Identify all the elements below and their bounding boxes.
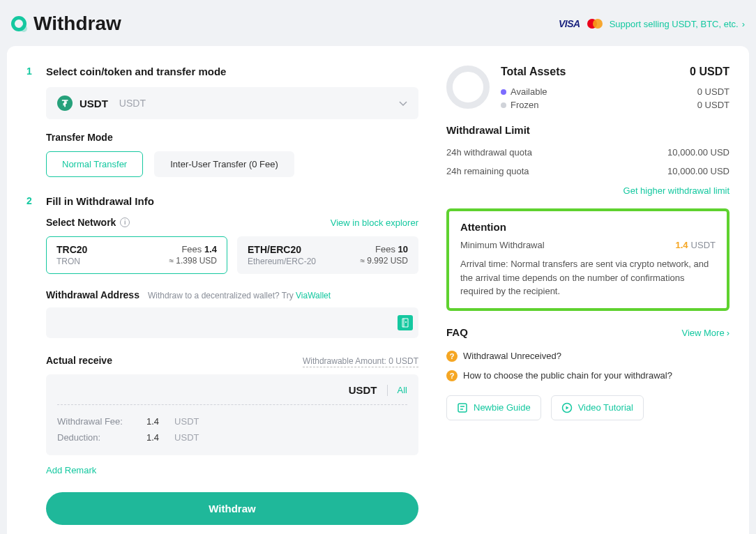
coin-name: USDT (119, 98, 146, 109)
faq-title: FAQ (446, 326, 468, 338)
remaining-quota-value: 10,000.00 USD (667, 166, 729, 176)
svg-point-0 (405, 321, 407, 323)
network-fee-usd: ≈ 1.398 USD (169, 256, 217, 266)
chevron-down-icon (399, 98, 407, 109)
coin-symbol: USDT (80, 98, 108, 109)
network-fee: Fees 10 (360, 244, 408, 254)
transfer-mode-label: Transfer Mode (46, 132, 418, 143)
visa-icon: VISA (559, 18, 580, 29)
question-icon: ? (446, 370, 458, 381)
deduction-unit: USDT (174, 432, 199, 443)
step-1: 1 Select coin/token and transfer mode ₮ … (27, 66, 418, 177)
view-block-explorer-link[interactable]: View in block explorer (331, 218, 418, 228)
frozen-value: 0 USDT (697, 100, 729, 110)
info-icon[interactable]: i (120, 218, 130, 227)
select-network-label: Select Network i (46, 217, 130, 228)
main-card: 1 Select coin/token and transfer mode ₮ … (7, 46, 749, 534)
attention-title: Attention (460, 221, 716, 233)
withdrawal-address-label: Withdrawal Address (46, 289, 139, 300)
step1-title: Select coin/token and transfer mode (46, 66, 418, 77)
page-header: Withdraw VISA Support selling USDT, BTC,… (7, 13, 749, 46)
withdrawal-fee-label: Withdrawal Fee: (57, 416, 131, 427)
min-withdrawal-value: 1.4USDT (676, 240, 716, 250)
add-remark-link[interactable]: Add Remark (46, 465, 418, 475)
frozen-label: Frozen (511, 100, 538, 110)
available-label: Available (511, 86, 547, 97)
total-assets-value: 0 USDT (690, 66, 729, 78)
play-icon (561, 402, 573, 413)
step-2: 2 Fill in Withdrawal Info Select Network… (27, 195, 418, 525)
higher-limit-link[interactable]: Get higher withdrawal limit (623, 185, 729, 196)
attention-panel: Attention Minimum Withdrawal 1.4USDT Arr… (446, 208, 729, 311)
step-number: 1 (27, 66, 33, 177)
all-button[interactable]: All (398, 385, 407, 395)
asset-donut-icon (446, 66, 490, 109)
dot-available-icon (501, 89, 506, 95)
network-sub: Ethereum/ERC-20 (248, 257, 316, 266)
withdrawal-limit-title: Withdrawal Limit (446, 124, 729, 136)
divider (387, 385, 388, 396)
svg-rect-1 (458, 404, 467, 412)
faq-item[interactable]: ? Withdrawal Unreceived? (446, 346, 729, 366)
address-input-wrapper (46, 307, 418, 338)
receive-box: USDT All Withdrawal Fee: 1.4 USDT Deduct… (46, 374, 418, 455)
page-title: Withdraw (33, 13, 121, 35)
network-sub: TRON (56, 257, 87, 266)
logo-icon (11, 16, 27, 31)
deduction-label: Deduction: (57, 432, 131, 443)
remaining-quota-label: 24h remaining quota (446, 166, 529, 176)
actual-receive-label: Actual receive (46, 355, 112, 366)
guide-icon (457, 402, 468, 413)
address-book-icon[interactable] (398, 315, 413, 330)
faq-item-text: How to choose the public chain for your … (463, 370, 672, 381)
coin-select[interactable]: ₮ USDT USDT (46, 87, 418, 119)
network-card-trc20[interactable]: TRC20 TRON Fees 1.4 ≈ 1.398 USD (46, 236, 227, 274)
attention-body: Arrival time: Normal transfers are sent … (460, 257, 716, 298)
support-selling-link[interactable]: Support selling USDT, BTC, etc. (610, 19, 745, 29)
viawallet-link[interactable]: ViaWallet (296, 291, 331, 300)
step2-title: Fill in Withdrawal Info (46, 195, 418, 207)
network-card-erc20[interactable]: ETH/ERC20 Ethereum/ERC-20 Fees 10 ≈ 9.99… (237, 236, 418, 274)
step-number: 2 (27, 195, 33, 525)
withdraw-button[interactable]: Withdraw (46, 492, 418, 525)
faq-item-text: Withdrawal Unreceived? (463, 351, 561, 361)
withdrawal-fee-value: 1.4 (146, 416, 159, 427)
address-input[interactable] (56, 317, 398, 328)
quota-value: 10,000.00 USD (667, 147, 729, 158)
total-assets: Total Assets 0 USDT Available 0 USDT Fro… (446, 66, 729, 112)
withdrawable-amount: Withdrawable Amount: 0 USDT (303, 356, 418, 367)
withdrawal-fee-unit: USDT (174, 416, 199, 427)
network-name: ETH/ERC20 (248, 244, 316, 255)
min-withdrawal-label: Minimum Withdrawal (460, 240, 545, 250)
total-assets-title: Total Assets (501, 66, 566, 78)
faq-item[interactable]: ? How to choose the public chain for you… (446, 366, 729, 386)
available-value: 0 USDT (697, 86, 729, 97)
network-fee-usd: ≈ 9.992 USD (360, 256, 408, 266)
mode-normal-transfer[interactable]: Normal Transfer (46, 151, 143, 177)
quota-label: 24h withdrawal quota (446, 147, 532, 158)
newbie-guide-button[interactable]: Newbie Guide (446, 395, 541, 420)
network-name: TRC20 (56, 244, 87, 255)
faq-view-more-link[interactable]: View More (681, 328, 729, 338)
network-fee: Fees 1.4 (169, 244, 217, 254)
dot-frozen-icon (501, 102, 506, 108)
deduction-value: 1.4 (146, 432, 159, 443)
usdt-icon: ₮ (57, 96, 73, 111)
question-icon: ? (446, 351, 458, 362)
mastercard-icon (587, 19, 603, 29)
mode-interuser-transfer[interactable]: Inter-User Transfer (0 Fee) (154, 151, 294, 177)
address-hint: Withdraw to a decentralized wallet? Try … (148, 291, 331, 300)
video-tutorial-button[interactable]: Video Tutorial (551, 395, 644, 420)
receive-unit: USDT (349, 384, 377, 396)
